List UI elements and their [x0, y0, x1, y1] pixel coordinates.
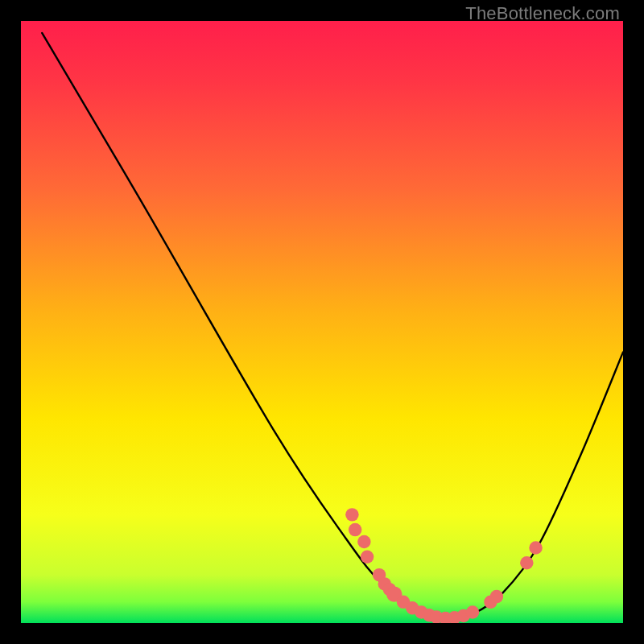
bottleneck-curve-chart — [21, 21, 623, 623]
chart-frame — [21, 21, 623, 623]
curve-marker — [490, 590, 503, 603]
curve-marker — [520, 556, 533, 569]
curve-marker — [361, 550, 374, 563]
curve-marker — [345, 508, 358, 521]
curve-marker — [466, 605, 479, 618]
gradient-background — [21, 21, 623, 623]
curve-marker — [357, 535, 370, 548]
curve-marker — [349, 523, 361, 536]
curve-marker — [529, 541, 542, 554]
watermark-text: TheBottleneck.com — [465, 3, 620, 24]
